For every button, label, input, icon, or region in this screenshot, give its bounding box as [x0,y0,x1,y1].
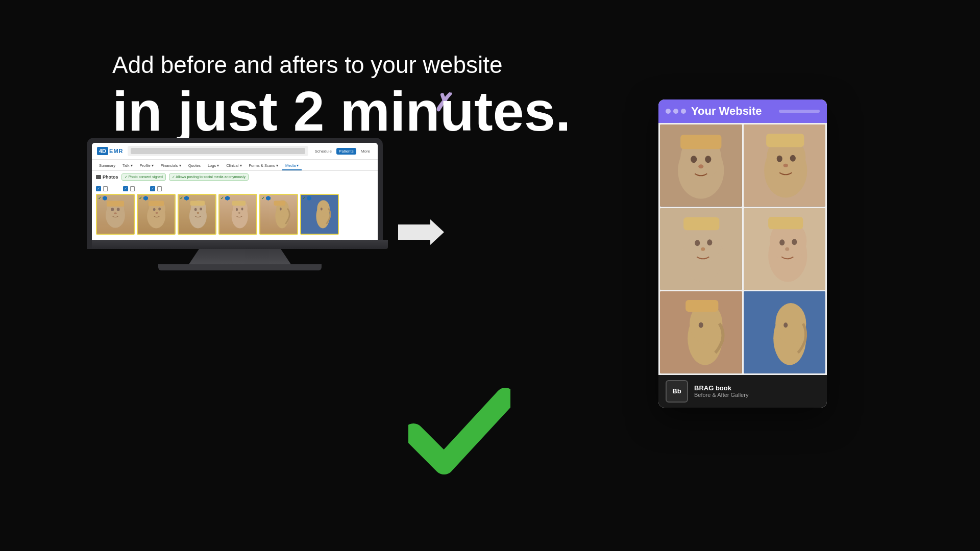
checkbox-group2[interactable]: ✓ [123,186,128,191]
emr-nav-schedule[interactable]: Schedule [312,148,334,155]
emr-tab-quotes[interactable]: Quotes [185,162,204,170]
website-face-4 [744,208,826,290]
photo-thumb-6: ✓ [300,194,339,235]
svg-point-57 [792,239,797,245]
website-url-bar [779,110,820,113]
grid-photo-5 [660,291,742,373]
svg-rect-17 [190,201,205,205]
svg-rect-38 [680,135,721,149]
photo-shield-3 [184,196,189,201]
svg-point-3 [117,208,120,211]
checkbox-group3[interactable]: ✓ [150,186,155,191]
face-svg-2 [138,195,175,234]
photo-shield-4 [225,196,230,201]
photo-tick-3: ✓ [180,196,183,201]
photo-shield-2 [143,196,148,201]
website-face-5 [660,291,742,373]
svg-point-35 [691,156,697,163]
emr-tab-summary[interactable]: Summary [96,162,118,170]
face-svg-1 [97,195,134,234]
svg-point-21 [241,208,243,211]
svg-point-43 [790,155,795,162]
svg-point-26 [280,208,282,211]
photo-thumb-3: ✓ [178,194,216,235]
svg-rect-45 [766,134,804,147]
emr-header: 4D EMR Schedule Patients More [92,143,378,160]
checkbox-group1[interactable]: ✓ [96,186,101,191]
brag-footer: Bb BRAG book Before & After Gallery [658,375,827,408]
emr-photos-area: ✓ ✓ ✓ ✓ [92,183,378,240]
photo-group-controls: ✓ ✓ ✓ [96,186,374,191]
face-svg-6 [301,195,338,234]
emr-tab-financials[interactable]: Financials ▾ [158,162,184,170]
svg-point-37 [698,164,703,168]
emr-tab-media[interactable]: Media ▾ [282,162,302,170]
brag-title: BRAG book [694,384,748,392]
photo-tick-1: ✓ [98,196,102,201]
laptop-screen-inner: 4D EMR Schedule Patients More Summary Ta… [92,143,378,240]
website-titlebar: Your Website [658,99,827,123]
traffic-lights [666,109,686,114]
svg-rect-59 [768,217,803,229]
grid-photo-3 [660,208,742,290]
svg-point-20 [236,208,238,211]
photo-overlay-3: ✓ [180,196,189,201]
svg-rect-27 [274,201,286,205]
svg-point-67 [775,303,806,344]
svg-point-68 [783,322,788,328]
trash-group3[interactable] [157,186,162,191]
emr-tab-logs[interactable]: Logs ▾ [205,162,222,170]
emr-nav-more[interactable]: More [358,148,373,155]
svg-rect-11 [149,201,164,206]
emr-photos-label: Photos [96,174,118,180]
face-svg-4 [219,195,256,234]
laptop-stand [189,249,291,264]
website-face-2 [744,124,826,207]
emr-tab-talk[interactable]: Talk ▾ [119,162,135,170]
emr-search-input [131,148,305,154]
photos-row: ✓ [96,194,374,235]
brag-subtitle: Before & After Gallery [694,392,748,398]
svg-point-2 [111,208,114,211]
main-title: in just 2 minutes. [112,83,571,139]
photo-check-group-3: ✓ [150,186,162,191]
trash-group2[interactable] [130,186,135,191]
photo-shield-6 [307,196,311,201]
website-title: Your Website [691,105,774,118]
emr-tab-forms[interactable]: Forms & Scans ▾ [246,162,281,170]
emr-logo: 4D EMR [97,147,124,155]
consent-badge: ✓ Photo consent signed [121,173,166,181]
photo-check-group-1: ✓ [96,186,108,191]
svg-point-14 [194,208,197,211]
grid-photo-6 [744,291,826,373]
svg-point-10 [156,212,158,214]
emr-nav-patients[interactable]: Patients [336,148,356,155]
subtitle-text: Add before and afters to your website [112,51,571,79]
photo-tick-4: ✓ [220,196,224,201]
svg-point-16 [197,212,200,214]
face-svg-3 [179,195,215,234]
svg-point-4 [114,212,117,214]
check-svg [408,388,510,474]
photo-thumb-1: ✓ [96,194,135,235]
photo-thumb-4: ✓ [218,194,257,235]
laptop-base [92,240,388,249]
photo-overlay-5: ✓ [261,196,271,201]
svg-rect-5 [107,201,124,206]
trash-group1[interactable] [103,186,108,191]
traffic-light-3 [681,109,686,114]
photo-check-group-2: ✓ [123,186,135,191]
website-face-6 [744,291,826,373]
svg-point-58 [785,247,789,251]
grid-photo-2 [744,124,826,207]
emr-tab-clinical[interactable]: Clinical ▾ [223,162,244,170]
grid-photo-4 [744,208,826,290]
emr-tab-profile[interactable]: Profile ▾ [137,162,157,170]
svg-point-22 [238,212,240,214]
svg-point-51 [701,247,705,251]
photo-overlay-1: ✓ [98,196,107,201]
svg-rect-52 [683,217,719,230]
brag-logo-box: Bb [666,380,688,403]
svg-point-31 [321,208,323,211]
photo-tick-2: ✓ [139,196,142,201]
